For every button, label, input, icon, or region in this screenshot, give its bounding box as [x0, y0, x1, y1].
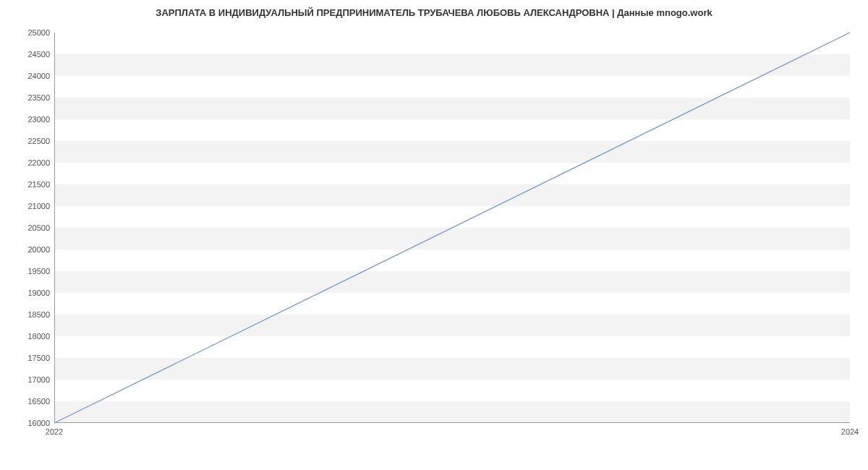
y-tick-label: 23000: [27, 115, 50, 124]
y-tick-label: 21500: [27, 180, 50, 189]
chart-container: ЗАРПЛАТА В ИНДИВИДУАЛЬНЫЙ ПРЕДПРИНИМАТЕЛ…: [0, 0, 868, 470]
y-tick-label: 20000: [27, 245, 50, 254]
y-tick-label: 20500: [27, 223, 50, 232]
y-tick-label: 18000: [27, 332, 50, 341]
x-tick-label: 2022: [46, 427, 63, 436]
series-line: [54, 33, 850, 423]
line-layer: [54, 33, 850, 423]
y-tick-label: 17000: [27, 375, 50, 384]
y-tick-label: 21000: [27, 202, 50, 210]
y-tick-label: 17500: [27, 354, 50, 362]
y-tick-label: 24500: [27, 50, 50, 59]
y-tick-label: 25000: [27, 28, 50, 37]
x-tick-label: 2024: [841, 427, 859, 436]
y-tick-label: 23500: [27, 93, 50, 102]
y-tick-label: 19000: [27, 289, 50, 297]
y-tick-label: 22500: [27, 137, 50, 145]
y-tick-label: 18500: [27, 310, 50, 319]
y-tick-label: 24000: [27, 72, 50, 80]
plot-area: 1600016500170001750018000185001900019500…: [54, 33, 850, 423]
y-tick-label: 16500: [27, 397, 50, 406]
chart-title: ЗАРПЛАТА В ИНДИВИДУАЛЬНЫЙ ПРЕДПРИНИМАТЕЛ…: [0, 7, 868, 18]
y-tick-label: 19500: [27, 267, 50, 275]
y-tick-label: 22000: [27, 158, 50, 167]
y-tick-label: 16000: [27, 419, 50, 427]
